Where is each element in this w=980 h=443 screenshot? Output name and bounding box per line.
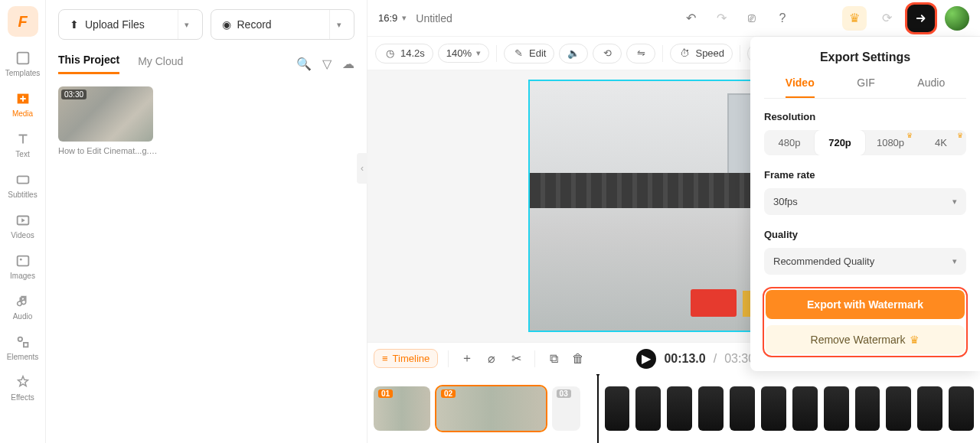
- topbar: 16:9▾ ↶ ↷ ⎚ ? ♛ ⟳: [368, 0, 980, 37]
- volume-icon: 🔈: [567, 47, 580, 60]
- svg-point-4: [19, 259, 21, 261]
- media-panel: ⬆Upload Files ▾ ◉Record ▾ This Project M…: [46, 0, 368, 443]
- remove-watermark-button[interactable]: Remove Watermark♛: [766, 325, 965, 354]
- export-tab-audio[interactable]: Audio: [917, 77, 945, 98]
- clip-duration-pill[interactable]: ◷14.2s: [375, 44, 433, 64]
- export-with-watermark-button[interactable]: Export with Watermark: [766, 290, 965, 319]
- filter-icon[interactable]: ▽: [322, 57, 332, 71]
- timeline-mode-chip[interactable]: ≡Timeline: [374, 349, 438, 368]
- upload-dropdown[interactable]: ▾: [178, 10, 196, 39]
- play-button[interactable]: ▶: [636, 349, 656, 369]
- export-tab-video[interactable]: Video: [786, 77, 815, 98]
- sidebar-item-text[interactable]: Text: [0, 125, 45, 163]
- sidebar-item-media[interactable]: Media: [0, 85, 45, 122]
- timeline-clip-3[interactable]: 03: [552, 386, 580, 431]
- clip-filename: How to Edit Cinemat...g.mp4: [58, 146, 158, 155]
- rotate-button[interactable]: ⟲: [593, 44, 622, 64]
- timeline-thumb[interactable]: [792, 386, 818, 431]
- panel-collapse-handle[interactable]: ‹: [357, 153, 368, 184]
- timeline-thumb[interactable]: [855, 386, 880, 431]
- sidebar-label: Subtitles: [8, 191, 37, 199]
- svg-point-5: [18, 337, 21, 342]
- tab-this-project[interactable]: This Project: [58, 54, 119, 74]
- resolution-480p[interactable]: 480p: [764, 130, 815, 155]
- user-avatar[interactable]: [945, 6, 969, 31]
- sidebar-label: Text: [15, 150, 29, 158]
- timeline-clip-2[interactable]: 02: [436, 386, 546, 431]
- project-title-input[interactable]: [416, 12, 554, 24]
- resolution-720p[interactable]: 720p: [815, 130, 865, 155]
- edit-icon: ✎: [512, 47, 524, 60]
- add-clip-icon[interactable]: ＋: [459, 350, 475, 367]
- record-button[interactable]: ◉Record ▾: [211, 9, 355, 40]
- timeline-thumb[interactable]: [917, 386, 942, 431]
- framerate-select[interactable]: 30fps▾: [764, 188, 966, 215]
- zoom-select[interactable]: 140%▾: [438, 44, 489, 63]
- sidebar-item-audio[interactable]: Audio: [0, 288, 45, 325]
- chevron-down-icon: ▾: [952, 197, 957, 207]
- search-icon[interactable]: 🔍: [296, 57, 312, 71]
- sidebar-item-videos[interactable]: Videos: [0, 207, 45, 244]
- timeline-thumb[interactable]: [635, 386, 661, 431]
- timeline-thumb[interactable]: [761, 386, 786, 431]
- speed-button[interactable]: ⏱Speed: [670, 44, 733, 64]
- subtitles-icon: [14, 171, 32, 189]
- export-button[interactable]: [906, 4, 936, 33]
- resolution-1080p[interactable]: 1080p♛: [865, 130, 916, 155]
- text-icon: [14, 130, 32, 148]
- sidebar-item-images[interactable]: Images: [0, 247, 45, 285]
- videos-icon: [14, 211, 32, 230]
- clip-duration: 03:30: [61, 90, 87, 99]
- cloud-off-icon[interactable]: ☁: [342, 57, 354, 71]
- templates-icon: [14, 49, 32, 67]
- timeline-thumb[interactable]: [667, 386, 692, 431]
- export-tab-gif[interactable]: GIF: [857, 77, 874, 98]
- media-clip-thumbnail[interactable]: 03:30: [58, 86, 153, 142]
- sidebar: F Templates Media Text Subtitles Videos …: [0, 0, 46, 443]
- flip-button[interactable]: ⇋: [626, 44, 655, 64]
- premium-icon[interactable]: ♛: [842, 6, 867, 31]
- sidebar-item-effects[interactable]: Effects: [0, 369, 45, 406]
- sidebar-item-templates[interactable]: Templates: [0, 44, 45, 82]
- resolution-4k[interactable]: 4K♛: [916, 130, 966, 155]
- cut-icon[interactable]: ✂: [508, 350, 524, 367]
- edit-button[interactable]: ✎Edit: [504, 44, 554, 64]
- record-label: Record: [237, 18, 272, 31]
- rotate-icon: ⟲: [601, 47, 613, 60]
- delete-icon[interactable]: 🗑: [570, 350, 586, 367]
- timeline-playhead[interactable]: [597, 374, 599, 443]
- timeline-thumb[interactable]: [605, 386, 630, 431]
- crown-icon: ♛: [906, 132, 913, 139]
- timeline-thumb[interactable]: [949, 386, 974, 431]
- screenshot-icon[interactable]: ⎚: [741, 8, 763, 29]
- timeline-clip-1[interactable]: 01: [374, 386, 430, 431]
- sidebar-item-elements[interactable]: Elements: [0, 328, 45, 366]
- upload-files-button[interactable]: ⬆Upload Files ▾: [58, 9, 203, 40]
- timeline-thumb[interactable]: [730, 386, 755, 431]
- sidebar-item-subtitles[interactable]: Subtitles: [0, 166, 45, 204]
- sidebar-label: Effects: [11, 393, 34, 402]
- timeline-thumb[interactable]: [698, 386, 724, 431]
- clock-icon: ◷: [384, 47, 396, 60]
- quality-label: Quality: [764, 229, 966, 240]
- upload-icon: ⬆: [70, 18, 79, 31]
- sidebar-label: Elements: [7, 353, 39, 361]
- aspect-ratio-select[interactable]: 16:9▾: [378, 12, 407, 24]
- resolution-options: 480p 720p 1080p♛ 4K♛: [764, 130, 966, 155]
- upload-label: Upload Files: [85, 18, 145, 31]
- time-current: 00:13.0: [664, 352, 705, 366]
- cloud-sync-icon[interactable]: ⟳: [876, 8, 897, 29]
- tab-my-cloud[interactable]: My Cloud: [138, 55, 183, 73]
- timeline-thumb[interactable]: [824, 386, 849, 431]
- timeline-tracks[interactable]: 01 02 03: [368, 374, 980, 443]
- timeline-thumb[interactable]: [886, 386, 911, 431]
- copy-icon[interactable]: ⧉: [545, 350, 562, 367]
- quality-select[interactable]: Recommended Quality▾: [764, 248, 966, 275]
- mute-button[interactable]: 🔈: [559, 44, 588, 64]
- help-icon[interactable]: ?: [772, 8, 793, 29]
- record-dropdown[interactable]: ▾: [329, 10, 348, 39]
- audio-icon: [14, 292, 32, 311]
- redo-icon[interactable]: ↷: [710, 8, 732, 29]
- undo-icon[interactable]: ↶: [680, 8, 701, 29]
- split-icon[interactable]: ⌀: [483, 350, 500, 367]
